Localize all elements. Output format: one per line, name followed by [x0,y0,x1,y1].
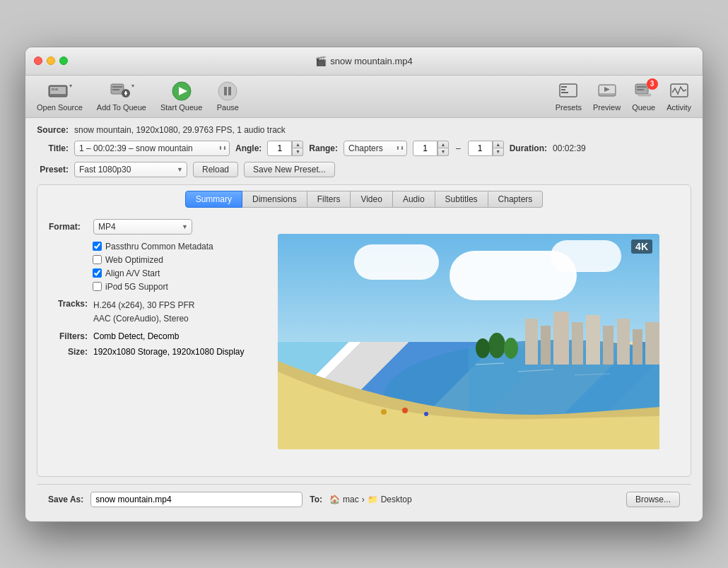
svg-rect-14 [228,87,231,95]
queue-icon-wrapper: 3 [633,81,655,101]
toolbar: ▾ Open Source [25,76,703,118]
title-label: Title: [37,143,69,153]
svg-point-39 [504,338,518,359]
activity-button[interactable]: Activity [667,81,691,112]
align-av-label: Align A/V Start [105,268,160,278]
web-optimized-checkbox[interactable] [93,255,102,264]
minimize-button[interactable] [47,57,55,65]
align-av-checkbox[interactable] [93,268,102,278]
tab-filters[interactable]: Filters [307,191,351,208]
title-select[interactable]: 1 – 00:02:39 – snow mountain [74,141,230,156]
svg-point-12 [218,82,237,100]
svg-rect-33 [586,315,600,365]
main-panel: Summary Dimensions Filters Video Audio S… [37,184,691,477]
browse-button[interactable]: Browse... [626,492,680,507]
tab-subtitles[interactable]: Subtitles [435,191,488,208]
svg-rect-18 [561,92,568,93]
path-home: mac [343,495,359,504]
format-select-wrapper: MP4 MKV WebM [93,219,192,235]
save-new-preset-button[interactable]: Save New Preset... [244,162,335,177]
range-end-up-button[interactable]: ▲ [493,141,504,148]
format-label: Format: [49,222,88,232]
queue-button[interactable]: 3 Queue [632,81,655,112]
range-end-down-button[interactable]: ▼ [493,148,504,156]
filters-row: Filters: Comb Detect, Decomb [49,331,247,341]
angle-stepper-buttons: ▲ ▼ [292,141,303,156]
range-start-down-button[interactable]: ▼ [438,148,449,156]
save-as-label: Save As: [48,495,83,504]
preview-image: 4K [278,234,659,449]
settings-panel: Format: MP4 MKV WebM Passthru Common [49,219,247,465]
angle-input[interactable] [267,141,292,156]
traffic-lights [34,57,68,65]
tab-chapters[interactable]: Chapters [488,191,544,208]
filters-label: Filters: [49,331,88,341]
pause-icon [216,81,239,101]
tab-summary[interactable]: Summary [185,191,242,208]
titlebar: 🎬 snow mountain.mp4 [25,47,703,76]
ipod-checkbox[interactable] [93,282,102,291]
web-optimized-label: Web Optimized [105,255,163,265]
web-optimized-checkbox-row: Web Optimized [93,255,247,265]
path-display: 🏠 mac › 📁 Desktop [329,495,412,504]
add-to-queue-icon [109,81,131,101]
preset-label: Preset: [37,165,69,174]
file-icon: 🎬 [315,56,327,66]
passthru-checkbox[interactable] [93,242,102,251]
angle-up-button[interactable]: ▲ [292,141,303,148]
range-start-input[interactable] [413,141,438,156]
preview-button[interactable]: Preview [593,81,621,112]
tab-content-summary: Format: MP4 MKV WebM Passthru Common [37,208,691,476]
range-type-select[interactable]: Chapters [344,141,407,156]
svg-rect-2 [52,88,54,90]
tabs: Summary Dimensions Filters Video Audio S… [37,185,691,208]
angle-label: Angle: [235,143,262,153]
pause-button[interactable]: Pause [216,81,239,112]
tab-audio[interactable]: Audio [393,191,435,208]
range-end-stepper: ▲ ▼ [468,141,504,156]
svg-rect-16 [561,86,567,88]
add-to-queue-button[interactable]: ▾ Add To Queue [97,81,146,112]
tracks-value: H.264 (x264), 30 FPS PFR AAC (CoreAudio)… [93,299,194,326]
close-button[interactable] [34,57,42,65]
range-type-wrapper: Chapters [344,141,407,156]
preview-panel: 4K [258,219,679,465]
tracks-row: Tracks: H.264 (x264), 30 FPS PFR AAC (Co… [49,299,247,326]
content-area: Source: snow mountain, 1920x1080, 29.976… [25,118,703,521]
reload-button[interactable]: Reload [193,162,238,177]
svg-rect-37 [645,322,659,365]
size-label: Size: [49,347,88,357]
duration-label: Duration: [510,143,547,153]
open-source-icon [47,81,69,101]
svg-rect-24 [637,89,644,90]
beach-scene: 4K [278,234,659,449]
start-queue-button[interactable]: Start Queue [160,81,202,112]
size-value: 1920x1080 Storage, 1920x1080 Display [93,347,245,357]
angle-down-button[interactable]: ▼ [292,148,303,156]
window-title: 🎬 snow mountain.mp4 [315,56,412,66]
maximize-button[interactable] [59,57,68,65]
tab-video[interactable]: Video [351,191,392,208]
preset-select-wrapper: Fast 1080p30 [74,162,187,177]
presets-icon [557,81,580,101]
range-label: Range: [309,143,338,153]
4k-badge: 4K [631,239,652,254]
tab-dimensions[interactable]: Dimensions [242,191,307,208]
presets-button[interactable]: Presets [556,81,582,112]
tracks-label: Tracks: [49,299,88,326]
svg-point-41 [402,408,408,413]
range-start-stepper: ▲ ▼ [413,141,449,156]
range-end-input[interactable] [468,141,493,156]
save-as-input[interactable] [90,492,303,507]
range-start-up-button[interactable]: ▲ [438,141,449,148]
svg-rect-32 [572,322,583,365]
format-row: Format: MP4 MKV WebM [49,219,247,235]
svg-rect-23 [637,86,647,88]
queue-badge: 3 [647,78,658,90]
svg-rect-29 [525,319,538,365]
svg-rect-3 [55,88,58,90]
open-source-button[interactable]: ▾ Open Source [37,81,83,112]
preset-select[interactable]: Fast 1080p30 [74,162,187,177]
app-window: 🎬 snow mountain.mp4 ▾ [25,47,703,522]
format-select[interactable]: MP4 MKV WebM [93,219,192,235]
